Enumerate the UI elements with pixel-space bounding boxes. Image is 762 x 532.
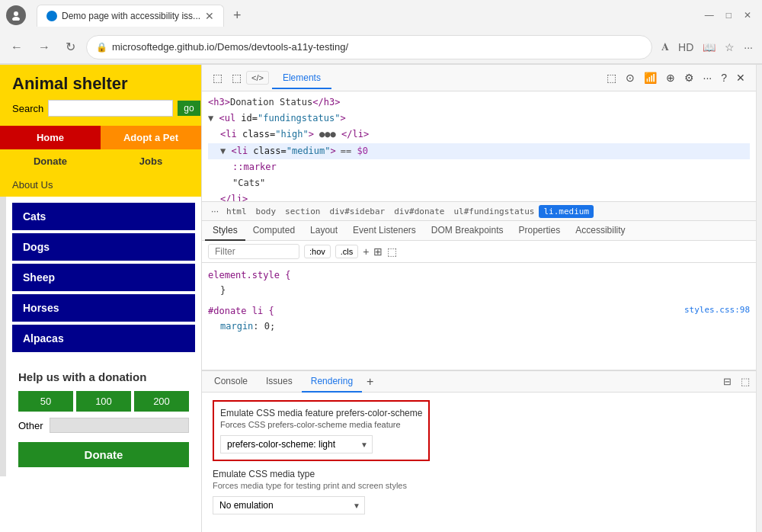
nav-donate-item[interactable]: Donate (0, 149, 101, 173)
donate-other-label: Other (18, 420, 43, 431)
dock-icon[interactable]: ⬚ (738, 373, 753, 390)
site-header: Animal shelter Search go (0, 65, 201, 126)
tab-console[interactable]: Console (205, 371, 257, 393)
donate-200-button[interactable]: 200 (134, 391, 189, 412)
animal-list: Cats Dogs Sheep Horses Alpacas (6, 197, 201, 361)
tab-close-button[interactable]: ✕ (205, 10, 214, 22)
tab-properties[interactable]: Properties (511, 221, 568, 241)
styles-area: Styles Computed Layout Event Listeners D… (202, 221, 756, 370)
search-go-button[interactable]: go (178, 101, 200, 116)
elements-icon-button[interactable]: </> (246, 71, 269, 85)
color-scheme-select[interactable]: prefers-color-scheme: light prefers-colo… (220, 435, 373, 453)
read-aloud-button[interactable]: 𝐀 (658, 37, 672, 56)
nav-bar: ← → ↻ 🔒 microsoftedge.github.io/Demos/de… (0, 30, 762, 64)
nav-home-item[interactable]: Home (0, 126, 101, 149)
html-line-cats-text[interactable]: "Cats" (208, 175, 750, 191)
breadcrumb-section[interactable]: section (280, 205, 325, 218)
hd-button[interactable]: HD (675, 37, 696, 56)
tab-rendering[interactable]: Rendering (302, 371, 362, 393)
breakpoint-button[interactable]: ⊙ (621, 69, 639, 87)
restore-button[interactable]: □ (722, 8, 736, 22)
media-type-select[interactable]: No emulation print screen (213, 496, 365, 514)
tab-event-listeners[interactable]: Event Listeners (345, 221, 424, 241)
sidebar-scrollbar[interactable] (0, 197, 6, 476)
breadcrumb-more[interactable]: ··· (208, 204, 222, 218)
back-button[interactable]: ← (6, 37, 27, 57)
donate-100-button[interactable]: 100 (76, 391, 131, 412)
refresh-button[interactable]: ↻ (61, 37, 80, 57)
tab-computed[interactable]: Computed (245, 221, 303, 241)
media-type-sub: Forces media type for testing print and … (213, 481, 745, 490)
search-input[interactable] (48, 100, 173, 117)
donate-50-button[interactable]: 50 (18, 391, 73, 412)
animal-item-dogs[interactable]: Dogs (12, 233, 195, 261)
url-text: microsoftedge.github.io/Demos/devtools-a… (112, 41, 642, 53)
network-conditions-button[interactable]: 📶 (639, 69, 661, 87)
more-button[interactable]: ··· (741, 37, 756, 56)
bottom-panel: Console Issues Rendering + ⊟ ⬚ Emulate C… (202, 370, 756, 532)
forward-button[interactable]: → (34, 37, 55, 57)
main-layout: Animal shelter Search go Home Adopt a Pe… (0, 65, 762, 532)
breadcrumb-div-sidebar[interactable]: div#sidebar (325, 205, 389, 218)
html-line-h3[interactable]: <h3>Donation Status</h3> (208, 95, 750, 111)
add-style-icon[interactable]: + (363, 245, 369, 258)
settings-button[interactable]: ⚙ (680, 69, 699, 87)
animal-item-sheep[interactable]: Sheep (12, 264, 195, 291)
svg-point-1 (12, 17, 20, 21)
nav-jobs-item[interactable]: Jobs (101, 149, 201, 173)
html-line-li-medium[interactable]: ▼ <li class="medium">== $0 (208, 143, 750, 159)
devtools-scrollbar[interactable] (756, 65, 762, 532)
svg-point-0 (14, 11, 18, 16)
tab-layout[interactable]: Layout (303, 221, 345, 241)
breadcrumb-div-donate[interactable]: div#donate (389, 205, 449, 218)
performance-button[interactable]: ⊕ (661, 69, 680, 87)
html-line-marker[interactable]: ::marker (208, 159, 750, 175)
lock-icon: 🔒 (96, 42, 107, 53)
tab-elements[interactable]: Elements (272, 68, 331, 89)
device-toggle-button[interactable]: ⬚ (227, 69, 246, 87)
active-tab[interactable]: Demo page with accessibility iss... ✕ (37, 5, 224, 27)
html-line-ul[interactable]: ▼ <ul id="fundingstatus"> (208, 111, 750, 127)
profile-avatar[interactable] (6, 5, 26, 25)
tab-accessibility[interactable]: Accessibility (568, 221, 632, 241)
hov-button[interactable]: :hov (304, 245, 331, 258)
help-button[interactable]: ? (716, 69, 732, 87)
tab-styles[interactable]: Styles (205, 221, 245, 241)
close-button[interactable]: ✕ (739, 8, 756, 22)
html-line-li-high[interactable]: <li class="high"> ●●● </li> (208, 127, 750, 143)
add-tab-button[interactable]: + (362, 372, 378, 392)
close-devtools-button[interactable]: ✕ (732, 69, 750, 87)
breadcrumb-body[interactable]: body (251, 205, 281, 218)
html-line-li-close[interactable]: </li> (208, 191, 750, 202)
donate-other-input[interactable] (50, 418, 189, 433)
breadcrumb-html[interactable]: html (222, 205, 251, 218)
tab-dom-breakpoints[interactable]: DOM Breakpoints (424, 221, 511, 241)
styles-tabs: Styles Computed Layout Event Listeners D… (202, 221, 756, 241)
tab-issues[interactable]: Issues (257, 371, 302, 393)
breadcrumb-li-medium[interactable]: li.medium (539, 205, 594, 218)
screencast-button[interactable]: ⬚ (602, 69, 621, 87)
favorites-button[interactable]: ☆ (722, 37, 738, 56)
nav-adopt-item[interactable]: Adopt a Pet (101, 126, 201, 149)
styles-filter-input[interactable] (208, 244, 299, 259)
new-tab-button[interactable]: + (227, 5, 248, 27)
inspect-button[interactable]: ⬚ (208, 69, 227, 87)
minimize-button[interactable]: — (700, 8, 719, 22)
css-rule-donate-li: styles.css:98 #donate li { margin: 0; (208, 303, 750, 335)
breadcrumb-ul-fundingstatus[interactable]: ul#fundingstatus (449, 205, 539, 218)
address-bar[interactable]: 🔒 microsoftedge.github.io/Demos/devtools… (86, 35, 652, 59)
ebook-button[interactable]: 📖 (700, 37, 719, 56)
css-link-styles[interactable]: styles.css:98 (684, 303, 750, 318)
more-tools-button[interactable]: ··· (699, 69, 717, 87)
split-pane-icon[interactable]: ⊟ (720, 373, 735, 390)
color-scheme-section: Emulate CSS media feature prefers-color-… (213, 400, 430, 461)
cls-button[interactable]: .cls (335, 245, 359, 258)
nav-about-item[interactable]: About Us (0, 173, 201, 197)
animal-item-alpacas[interactable]: Alpacas (12, 325, 195, 352)
animal-item-cats[interactable]: Cats (12, 203, 195, 230)
toggle-print-icon[interactable]: ⬚ (387, 245, 397, 258)
new-style-rule-icon[interactable]: ⊞ (373, 245, 383, 258)
animal-item-horses[interactable]: Horses (12, 294, 195, 322)
donate-other-row: Other (18, 418, 189, 433)
donate-button[interactable]: Donate (18, 442, 189, 467)
